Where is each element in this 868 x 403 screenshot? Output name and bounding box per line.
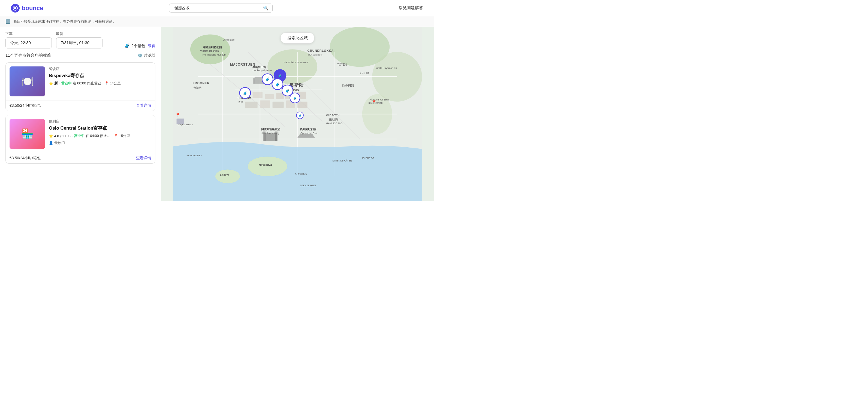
store-name-1: Bispevika寄存点 (49, 72, 151, 79)
location-card-1: 🍽️ 餐饮店 Bispevika寄存点 ⭐ 新 · 营业中 在 00:00 停止… (5, 62, 155, 111)
filter-button[interactable]: ⚙️ 过滤器 (138, 53, 155, 58)
svg-text:Vigelandsparken: Vigelandsparken (200, 49, 219, 52)
dropoff-group: 下车 今天, 22:30 (5, 31, 52, 48)
card-footer-2: €3.50/24小时/箱包 查看详情 (6, 153, 155, 163)
svg-text:森特: 森特 (238, 101, 243, 103)
hot-icon: 👤 (49, 141, 53, 145)
dot-3: · (72, 134, 73, 138)
svg-point-20 (215, 169, 240, 183)
svg-text:格吕内尔洛卡: 格吕内尔洛卡 (308, 54, 322, 56)
notice-text: 商店不接受现金或未预订前往。在办理寄存前取消，可获得退款。 (13, 19, 116, 24)
store-type-2: 便利店 (49, 119, 151, 124)
new-badge: 新 (54, 81, 58, 86)
svg-text:GAMLE OSLO: GAMLE OSLO (326, 122, 342, 125)
map-svg: 维格兰雕塑公园 Vigelandsparken The Vigeland Mus… (161, 27, 434, 201)
svg-text:Collets gate: Collets gate (223, 39, 235, 41)
logo-area: bounce (11, 4, 43, 12)
results-count: 11个寄存点符合您的标准 (5, 53, 51, 58)
card-image-1: 🍽️ (9, 66, 45, 96)
bags-icon: 🧳 (124, 43, 130, 48)
card-top-1: 🍽️ 餐饮店 Bispevika寄存点 ⭐ 新 · 营业中 在 00:00 停止… (6, 63, 155, 100)
store-type-1: 餐饮店 (49, 66, 151, 71)
card-top-2: 🏪 便利店 Oslo Central Station寄存点 ⭐ 4.8 (500… (6, 115, 155, 153)
results-header: 11个寄存点符合您的标准 ⚙️ 过滤器 (5, 53, 155, 58)
close-time-2: 在 04:00 停止… (86, 133, 111, 138)
datetime-bags-row: 下车 今天, 22:30 取货 7/31周三, 01:30 🧳 2个箱包 编辑 (5, 31, 155, 48)
header: bounce 🔍 常见问题解答 (0, 0, 434, 16)
dot-1: · (59, 81, 60, 86)
map-background: 维格兰雕塑公园 Vigelandsparken The Vigeland Mus… (161, 27, 434, 201)
info-icon: ℹ️ (5, 19, 11, 24)
badge-row-2: 👤 最热门 (49, 140, 151, 145)
svg-text:维格兰雕塑公园: 维格兰雕塑公园 (203, 45, 222, 49)
store-meta-1: ⭐ 新 · 营业中 在 00:00 停止营业 · 📍 14公里 (49, 81, 151, 86)
svg-rect-23 (265, 94, 274, 99)
svg-text:🧳: 🧳 (299, 114, 302, 117)
distance-1: 📍 14公里 (104, 81, 121, 86)
svg-text:旧奥斯陆: 旧奥斯陆 (329, 118, 338, 121)
svg-text:EKEBERG: EKEBERG (362, 157, 374, 160)
svg-text:MAJORSTUEN: MAJORSTUEN (230, 63, 255, 66)
svg-text:BLEIKØYA: BLEIKØYA (295, 173, 307, 176)
details-link-1[interactable]: 查看详情 (136, 103, 151, 108)
svg-text:Lindøya: Lindøya (220, 173, 229, 176)
svg-rect-24 (276, 93, 283, 99)
svg-rect-29 (273, 102, 284, 108)
notice-bar: ℹ️ 商店不接受现金或未预订前往。在办理寄存前取消，可获得退款。 (0, 16, 434, 27)
card-details-2: 便利店 Oslo Central Station寄存点 ⭐ 4.8 (500+)… (49, 119, 151, 149)
svg-text:Naturhistorisk museum: Naturhistorisk museum (284, 61, 309, 64)
faq-link[interactable]: 常见问题解答 (399, 5, 423, 11)
location-card-2: 🏪 便利店 Oslo Central Station寄存点 ⭐ 4.8 (500… (5, 115, 155, 164)
svg-text:GRÜNERLØKKA: GRÜNERLØKKA (308, 49, 334, 52)
card-image-2: 🏪 (9, 119, 45, 149)
svg-text:Hovedøya: Hovedøya (259, 163, 272, 166)
svg-text:📍: 📍 (372, 100, 377, 105)
logo-icon (11, 4, 20, 12)
svg-text:BEKKELAGET: BEKKELAGET (300, 184, 316, 187)
svg-text:🧳: 🧳 (278, 74, 282, 78)
svg-point-0 (14, 7, 17, 9)
search-area-button[interactable]: 搜索此区域 (281, 32, 315, 43)
svg-rect-58 (177, 119, 184, 124)
svg-rect-31 (298, 102, 308, 108)
svg-rect-71 (253, 78, 255, 83)
card-details-1: 餐饮店 Bispevika寄存点 ⭐ 新 · 营业中 在 00:00 停止营业 … (49, 66, 151, 96)
hot-badge: 👤 最热门 (49, 140, 65, 145)
dropoff-value[interactable]: 今天, 22:30 (5, 37, 52, 48)
reviews-2: (500+) (60, 134, 71, 138)
edit-link[interactable]: 编辑 (148, 43, 155, 48)
svg-text:KAMPEN: KAMPEN (342, 84, 354, 87)
star-icon-1: ⭐ (49, 81, 53, 86)
svg-text:TØYEN: TØYEN (337, 63, 347, 66)
search-input[interactable] (173, 6, 261, 10)
rating-2: 4.8 (54, 134, 59, 138)
store-name-2: Oslo Central Station寄存点 (49, 125, 151, 131)
status-1: 营业中 (61, 81, 72, 86)
pickup-label: 取货 (56, 31, 102, 36)
star-icon-2: ⭐ (49, 134, 53, 138)
filter-label: 过滤器 (144, 53, 155, 58)
details-link-2[interactable]: 查看详情 (136, 156, 151, 161)
bags-text: 2个箱包 (131, 43, 145, 48)
svg-text:The Vigeland Museum: The Vigeland Museum (202, 54, 226, 56)
dot-4: · (112, 134, 113, 138)
svg-rect-75 (275, 132, 278, 141)
search-bar[interactable]: 🔍 (169, 4, 273, 12)
main-layout: 下车 今天, 22:30 取货 7/31周三, 01:30 🧳 2个箱包 编辑 … (0, 27, 434, 201)
svg-rect-74 (263, 132, 266, 141)
svg-rect-28 (260, 100, 270, 108)
svg-text:Harald Huysman Ka...: Harald Huysman Ka... (375, 67, 399, 69)
svg-text:奥斯陆王宫: 奥斯陆王宫 (252, 66, 266, 69)
pickup-group: 取货 7/31周三, 01:30 (56, 31, 102, 48)
svg-rect-27 (245, 102, 258, 108)
dropoff-label: 下车 (5, 31, 52, 36)
status-2: 营业中 (74, 133, 85, 138)
svg-text:🧳: 🧳 (265, 77, 270, 82)
svg-text:弗朗纳: 弗朗纳 (193, 86, 202, 89)
distance-2: 📍 15公里 (114, 133, 130, 138)
map-area: 维格兰雕塑公园 Vigelandsparken The Vigeland Mus… (161, 27, 434, 201)
store-meta-2: ⭐ 4.8 (500+) · 营业中 在 04:00 停止… · 📍 15公里 (49, 133, 151, 138)
svg-rect-22 (252, 92, 262, 98)
svg-text:阿克斯胡斯城堡: 阿克斯胡斯城堡 (261, 128, 281, 131)
pickup-value[interactable]: 7/31周三, 01:30 (56, 37, 102, 48)
